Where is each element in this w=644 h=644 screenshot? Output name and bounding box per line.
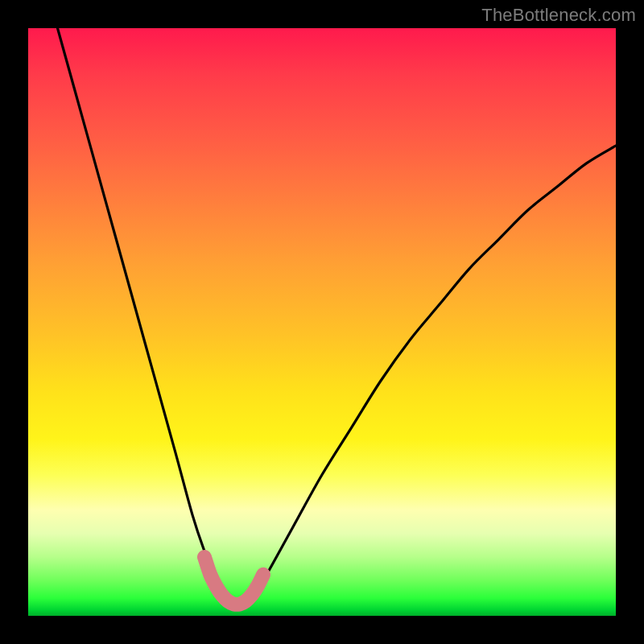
chart-frame: TheBottleneck.com <box>0 0 644 644</box>
trough-marker <box>204 557 263 605</box>
watermark-text: TheBottleneck.com <box>481 5 636 26</box>
plot-area <box>28 28 616 616</box>
curve-layer <box>28 28 616 616</box>
bottleneck-curve <box>58 28 617 605</box>
